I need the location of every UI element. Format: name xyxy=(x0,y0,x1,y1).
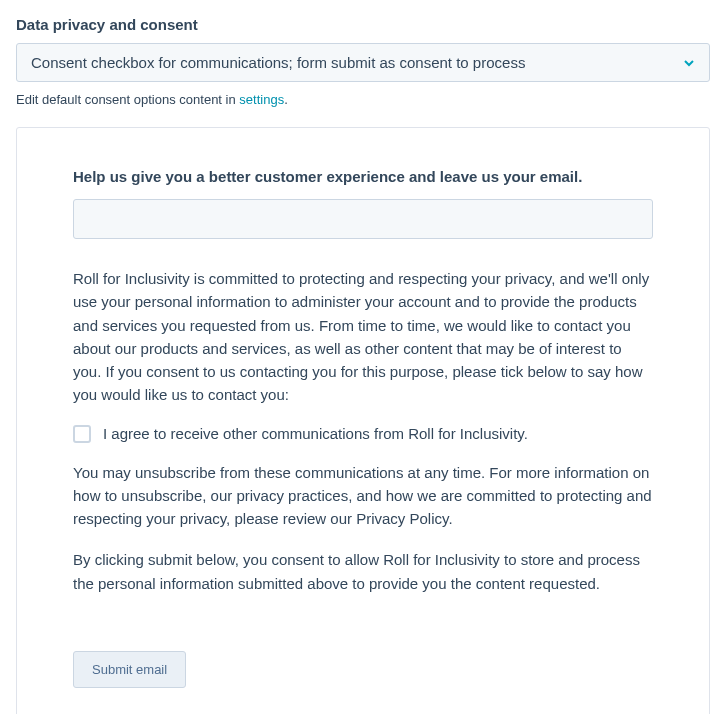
communications-checkbox-row: I agree to receive other communications … xyxy=(73,425,653,443)
dropdown-selected-label: Consent checkbox for communications; for… xyxy=(31,54,525,71)
form-heading: Help us give you a better customer exper… xyxy=(73,168,653,185)
communications-checkbox[interactable] xyxy=(73,425,91,443)
consent-type-dropdown[interactable]: Consent checkbox for communications; for… xyxy=(16,43,710,82)
form-preview-card: Help us give you a better customer exper… xyxy=(16,127,710,714)
submit-email-button[interactable]: Submit email xyxy=(73,651,186,688)
privacy-intro-text: Roll for Inclusivity is committed to pro… xyxy=(73,267,653,407)
hint-prefix: Edit default consent options content in xyxy=(16,92,239,107)
consent-submit-text: By clicking submit below, you consent to… xyxy=(73,548,653,595)
caret-down-icon xyxy=(683,57,695,69)
communications-checkbox-label[interactable]: I agree to receive other communications … xyxy=(103,425,528,442)
unsubscribe-text: You may unsubscribe from these communica… xyxy=(73,461,653,531)
email-field[interactable] xyxy=(73,199,653,239)
hint-suffix: . xyxy=(284,92,288,107)
consent-hint: Edit default consent options content in … xyxy=(16,92,710,107)
section-title: Data privacy and consent xyxy=(16,16,710,33)
settings-link[interactable]: settings xyxy=(239,92,284,107)
